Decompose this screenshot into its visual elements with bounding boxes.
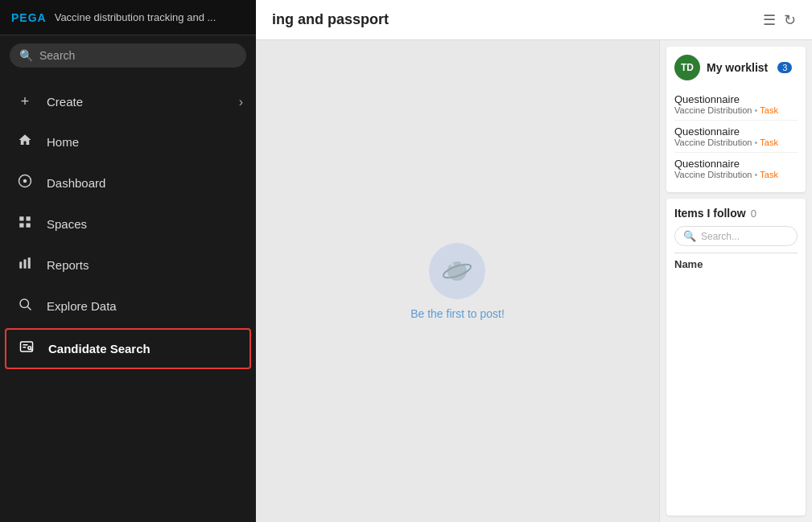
follow-table-name-column: Name [674,253,798,275]
sidebar-item-home[interactable]: Home [0,121,256,162]
worklist-item-title: Questionnaire [674,125,798,138]
svg-point-19 [461,261,464,264]
sidebar-item-label: Reports [47,258,89,272]
refresh-icon[interactable]: ↻ [784,11,796,29]
worklist-item[interactable]: Questionnaire Vaccine Distribution•Task [674,88,798,121]
svg-rect-5 [27,224,31,228]
follow-search-input[interactable]: Search... [701,231,740,242]
worklist-card: TD My worklist 3 Questionnaire Vaccine D… [666,47,806,192]
sidebar-item-label: Home [47,135,79,149]
follow-search-bar[interactable]: 🔍 Search... [674,226,798,246]
svg-rect-6 [19,262,22,269]
search-bar[interactable]: 🔍 Search [10,43,246,68]
svg-line-15 [31,349,32,351]
main-content: Be the first to post! TD My worklist 3 Q… [256,40,812,522]
sidebar-item-explore-data[interactable]: Explore Data [0,286,256,327]
sidebar-header: PEGA Vaccine distribution tracking and .… [0,0,256,35]
dashboard-icon [16,174,34,192]
sidebar-item-candidate-search[interactable]: Candidate Search [5,328,251,369]
follow-header: Items I follow 0 [674,207,798,220]
follow-card: Items I follow 0 🔍 Search... Name [666,199,806,516]
svg-line-10 [27,306,31,310]
sidebar: PEGA Vaccine distribution tracking and .… [0,0,256,522]
chevron-right-icon: › [239,95,243,109]
svg-point-18 [451,263,454,266]
page-title: ing and passport [272,11,389,28]
svg-rect-8 [28,257,31,269]
pega-logo: PEGA [11,11,47,24]
sidebar-item-label: Spaces [47,217,87,231]
follow-count: 0 [751,208,756,220]
app-title: Vaccine distribution tracking and ... [55,11,216,23]
svg-rect-3 [27,216,31,220]
svg-point-9 [20,299,29,308]
worklist-header: TD My worklist 3 [674,55,798,80]
worklist-item[interactable]: Questionnaire Vaccine Distribution•Task [674,153,798,184]
header-actions: ☰ ↻ [763,11,796,29]
follow-search-icon: 🔍 [683,230,696,242]
empty-state-icon [429,243,485,299]
main-header: ing and passport ☰ ↻ [256,0,812,40]
nav-menu: + Create › Home Dashboard Spaces [0,76,256,522]
sidebar-item-dashboard[interactable]: Dashboard [0,162,256,203]
right-panel: TD My worklist 3 Questionnaire Vaccine D… [659,40,812,522]
empty-state-text: Be the first to post! [410,307,505,320]
create-icon: + [16,93,34,110]
svg-rect-2 [19,216,23,220]
sidebar-item-label: Dashboard [47,176,105,190]
avatar: TD [674,55,700,80]
home-icon [16,133,34,151]
candidate-search-icon [18,339,35,358]
empty-state: Be the first to post! [410,243,505,320]
sidebar-item-label: Explore Data [47,299,117,313]
follow-title: Items I follow [674,207,746,220]
worklist-item-title: Questionnaire [674,93,798,105]
sidebar-item-create[interactable]: + Create › [0,82,256,121]
worklist-item-title: Questionnaire [674,158,798,170]
svg-rect-4 [19,224,23,228]
worklist-item-sub: Vaccine Distribution•Task [674,170,798,179]
worklist-item-sub: Vaccine Distribution•Task [674,138,798,147]
sidebar-item-spaces[interactable]: Spaces [0,203,256,245]
feed-area: Be the first to post! [256,40,659,522]
worklist-item-sub: Vaccine Distribution•Task [674,105,798,115]
main-area: ing and passport ☰ ↻ Be the first to pos… [256,0,812,522]
search-input[interactable]: Search [39,49,75,62]
svg-point-14 [28,347,31,350]
sidebar-item-label: Create [47,95,83,109]
worklist-count: 3 [777,62,792,73]
spaces-icon [16,215,34,233]
explore-icon [16,297,34,315]
search-icon: 🔍 [19,49,33,62]
reports-icon [16,256,34,274]
sidebar-item-label: Candidate Search [48,342,150,356]
filter-icon[interactable]: ☰ [763,11,776,29]
sidebar-item-reports[interactable]: Reports [0,245,256,286]
svg-rect-7 [24,260,27,269]
worklist-title: My worklist [707,61,768,74]
svg-point-1 [23,179,27,183]
worklist-item[interactable]: Questionnaire Vaccine Distribution•Task [674,121,798,153]
